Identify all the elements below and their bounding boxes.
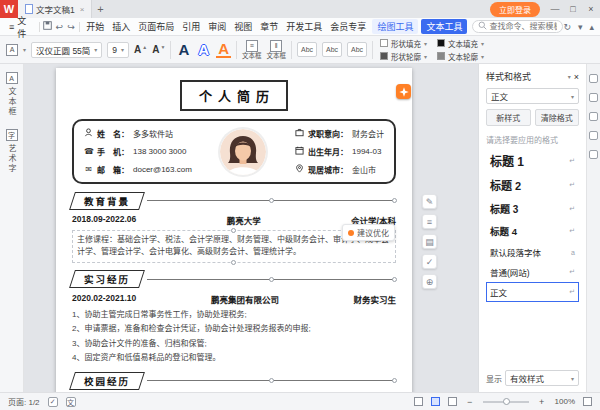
internship-entry-row[interactable]: 2020.02-2021.10 鹏亮集团有限公司 财务实习生 [72, 293, 396, 305]
cloud-sync-icon[interactable]: ↻ [563, 22, 571, 32]
redo-icon[interactable]: ↪ [65, 22, 77, 32]
new-tab-button[interactable]: + [92, 3, 108, 15]
task-pane-icon[interactable] [589, 131, 598, 140]
zoom-slider[interactable] [483, 401, 529, 403]
style-item-heading4[interactable]: 标题 4 ↵ [486, 220, 579, 242]
wordart-preset-3[interactable]: A [216, 41, 231, 58]
selection-handle[interactable] [231, 228, 236, 233]
shrink-font-button[interactable]: A▼ [152, 44, 165, 55]
selection-handle[interactable] [392, 277, 397, 282]
font-size-select[interactable]: 9 ▾ [107, 42, 129, 58]
spellcheck-icon[interactable]: ✓ [48, 397, 58, 407]
shape-fill-button[interactable]: 形状填充 ▾ [380, 38, 427, 49]
style-item-heading1[interactable]: 标题 1 ↵ [486, 148, 579, 173]
web-layout-icon[interactable] [448, 397, 457, 406]
outline-tool-icon[interactable]: ≡ [422, 214, 437, 229]
save-icon[interactable] [41, 21, 53, 32]
zoom-in-button[interactable]: + [537, 397, 547, 407]
selection-handle[interactable] [392, 198, 397, 203]
current-style-select[interactable]: 正文 ▾ [486, 88, 579, 104]
campus-heading-box[interactable]: 校园经历 [69, 372, 145, 390]
menu-tab-insert[interactable]: 插入 [108, 20, 134, 33]
edit-tool-icon[interactable]: ✎ [422, 194, 437, 209]
menu-tab-review[interactable]: 审阅 [204, 20, 230, 33]
login-button[interactable]: 立即登录 [490, 2, 540, 17]
shape-outline-button[interactable]: 形状轮廓 ▾ [380, 51, 427, 62]
spellcheck-tool-icon[interactable]: ✓ [422, 254, 437, 269]
section-divider-line[interactable] [147, 200, 396, 201]
resume-info-card[interactable]: 姓 名： 多多软件站 ☎ 手 机： 138 3000 3000 ✉ 邮 箱： d… [72, 119, 396, 184]
clear-format-button[interactable]: 清除格式 [535, 109, 580, 126]
selection-handle[interactable] [269, 198, 274, 203]
task-pane-icon[interactable] [589, 93, 598, 102]
maximize-button[interactable]: □ [564, 4, 582, 14]
print-layout-icon[interactable] [431, 397, 440, 406]
style-item-body-text[interactable]: 正文 ↵ [486, 282, 579, 302]
style-item-default-font[interactable]: 默认段落字体 a [486, 242, 579, 262]
pages-tool-icon[interactable]: ▤ [422, 234, 437, 249]
close-button[interactable]: × [582, 4, 600, 14]
show-filter-select[interactable]: 有效样式 ▾ [505, 370, 579, 386]
insert-textbox-icon[interactable]: A [6, 44, 18, 56]
shape-style-preset-2[interactable]: Abc [322, 42, 342, 57]
section-divider-line[interactable] [147, 279, 396, 280]
textbox-tool-button[interactable]: A 文本框 [6, 72, 18, 117]
wordart-preset-1[interactable]: A [176, 42, 191, 57]
shape-style-preset-3[interactable]: Abc [347, 42, 367, 57]
tab-close-icon[interactable]: × [80, 5, 85, 14]
task-pane-icon[interactable] [589, 150, 598, 159]
style-item-heading3[interactable]: 标题 3 ↵ [486, 197, 579, 220]
menu-tab-home[interactable]: 开始 [82, 20, 108, 33]
profile-photo[interactable] [220, 129, 266, 175]
read-view-icon[interactable] [414, 397, 423, 406]
chevron-down-icon[interactable]: ▾ [23, 46, 26, 53]
menu-tab-developer[interactable]: 开发工具 [282, 20, 326, 33]
file-menu[interactable]: ≡ 文件 [4, 14, 37, 40]
document-canvas[interactable]: 个人简历 姓 名： 多多软件站 ☎ 手 机： [24, 64, 478, 392]
smart-assistant-button[interactable] [396, 84, 411, 99]
internship-detail-list[interactable]: 1、协助主管完成日常事务性工作，协助处理税务; 2、申请票据，准备和检查会计凭证… [72, 309, 396, 365]
internship-heading-box[interactable]: 实习经历 [69, 270, 145, 288]
more-tools-icon[interactable]: ▾ [578, 22, 583, 32]
task-pane-icon[interactable] [589, 112, 598, 121]
text-fill-button[interactable]: 文本填充 ▾ [437, 38, 484, 49]
menu-tab-drawing-tools[interactable]: 绘图工具 [372, 19, 418, 34]
proofread-icon[interactable]: 文 [66, 397, 76, 407]
section-divider-line[interactable] [147, 380, 396, 381]
optimize-suggestion-chip[interactable]: 建议优化 [342, 224, 395, 241]
grow-font-button[interactable]: A▲ [134, 44, 147, 55]
menu-tab-view[interactable]: 视图 [230, 20, 256, 33]
search-input[interactable] [489, 22, 557, 31]
horizontal-textbox-button[interactable]: ≡ 文本框 [242, 40, 262, 60]
zoom-slider-thumb[interactable] [503, 398, 510, 405]
fit-page-icon[interactable] [583, 397, 592, 406]
menu-tab-membership[interactable]: 会员专享 [326, 20, 370, 33]
zoom-out-button[interactable]: − [465, 397, 475, 407]
new-style-button[interactable]: 新样式 [486, 109, 531, 126]
wordart-tool-button[interactable]: 字 艺术字 [6, 129, 18, 174]
shape-style-preset-1[interactable]: Abc [297, 42, 317, 57]
education-heading-box[interactable]: 教育背景 [69, 192, 145, 210]
email-value[interactable]: docer@163.com [133, 165, 192, 174]
text-outline-button[interactable]: 文本轮廓 ▾ [437, 51, 484, 62]
vertical-textbox-button[interactable]: ‖ 文本框 [267, 40, 287, 60]
minimize-button[interactable]: — [546, 4, 564, 14]
selection-handle[interactable] [269, 378, 274, 383]
style-item-normal-web[interactable]: 普通(网站) ↵ [486, 262, 579, 282]
command-search-box[interactable] [472, 20, 563, 33]
menu-tab-section[interactable]: 章节 [256, 20, 282, 33]
panel-close-icon[interactable]: × [574, 72, 579, 82]
selection-handle[interactable] [269, 277, 274, 282]
page-info[interactable]: 页面: 1/2 [8, 396, 40, 407]
selection-handle[interactable] [231, 260, 236, 265]
menu-tab-text-tools[interactable]: 文本工具 [421, 19, 467, 34]
menu-tab-references[interactable]: 引用 [178, 20, 204, 33]
selection-handle[interactable] [392, 378, 397, 383]
zoom-level[interactable]: 100% [555, 397, 575, 406]
style-item-heading2[interactable]: 标题 2 ↵ [486, 173, 579, 197]
more-tool-icon[interactable]: ⊕ [422, 274, 437, 289]
resume-title[interactable]: 个人简历 [180, 80, 288, 111]
task-pane-icon[interactable] [589, 74, 598, 83]
undo-icon[interactable]: ↩ [53, 22, 65, 32]
menu-tab-page-layout[interactable]: 页面布局 [134, 20, 178, 33]
